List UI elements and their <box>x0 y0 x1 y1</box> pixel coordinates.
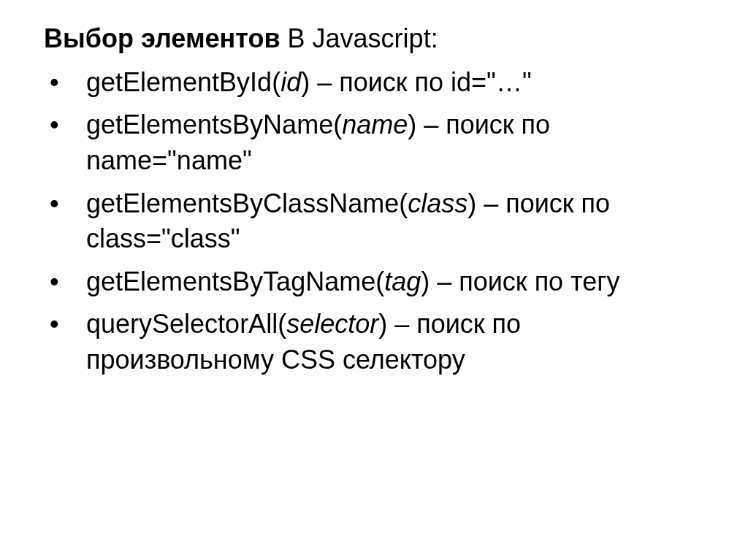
title-bold: Выбор элементов <box>44 23 280 53</box>
fn-arg: name <box>342 110 408 139</box>
fn-name: getElementsByClassName( <box>86 188 408 218</box>
fn-arg: tag <box>384 266 421 296</box>
fn-arg: selector <box>286 309 378 339</box>
list-item: getElementsByClassName(class) – поиск по… <box>44 186 704 257</box>
list-item: getElementById(id) – поиск по id="…" <box>44 65 704 101</box>
list-item: getElementsByName(name) – поиск по name=… <box>44 107 704 178</box>
fn-arg: id <box>280 67 301 97</box>
slide-title: Выбор элементов В Javascript: <box>44 22 704 56</box>
fn-arg: class <box>408 188 468 218</box>
fn-tail: ) – поиск по id="…" <box>301 67 532 97</box>
list-item: querySelectorAll(selector) – поиск по пр… <box>44 307 704 377</box>
fn-name: getElementsByTagName( <box>86 266 384 296</box>
fn-name: getElementsByName( <box>86 110 342 139</box>
fn-name: querySelectorAll( <box>86 309 286 339</box>
bullet-list: getElementById(id) – поиск по id="…" get… <box>44 65 704 378</box>
list-item: getElementsByTagName(tag) – поиск по тег… <box>44 264 704 300</box>
slide-content: Выбор элементов В Javascript: getElement… <box>0 0 748 407</box>
fn-name: getElementById( <box>86 67 280 97</box>
title-rest: В Javascript: <box>280 23 438 53</box>
fn-tail: ) – поиск по тегу <box>421 266 619 296</box>
